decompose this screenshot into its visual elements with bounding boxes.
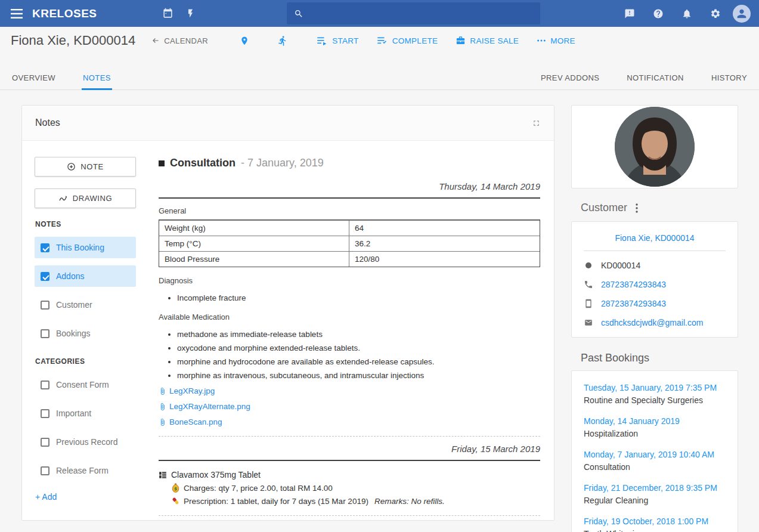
search-icon xyxy=(294,9,303,18)
medication-item: oxycodone and morphine extended-release … xyxy=(177,344,540,352)
expand-icon[interactable] xyxy=(532,119,541,128)
attachment-name: LegXRayAlternate.png xyxy=(169,402,250,411)
category-filter-item[interactable]: Consent Form xyxy=(35,374,136,395)
booking-date-link[interactable]: Tuesday, 15 January, 2019 7:35 PM xyxy=(584,383,726,392)
note-filter-item[interactable]: Bookings xyxy=(35,323,136,344)
search-input[interactable] xyxy=(308,9,533,18)
tab-notes[interactable]: NOTES xyxy=(82,73,112,89)
briefcase-icon xyxy=(456,36,466,45)
charges-text: Charges: qty 7, price 2.00, total RM 14.… xyxy=(184,484,333,493)
tab-prev-addons[interactable]: PREV ADDONS xyxy=(540,73,600,89)
customer-mobile[interactable]: 28723874293843 xyxy=(601,299,666,308)
back-to-calendar-button[interactable]: CALENDAR xyxy=(151,36,208,45)
add-note-button[interactable]: NOTE xyxy=(35,157,136,177)
booking-date-link[interactable]: Friday, 19 October, 2018 1:00 PM xyxy=(584,516,726,526)
vitals-row: Blood Pressure 120/80 xyxy=(159,251,540,267)
category-filter-list: Consent Form Important Previous Record xyxy=(35,374,136,481)
add-circle-icon xyxy=(67,162,76,171)
booking-date-link[interactable]: Friday, 21 December, 2018 9:35 PM xyxy=(584,483,726,493)
medication-label: Available Medication xyxy=(159,313,540,321)
filter-label: This Booking xyxy=(56,243,104,252)
calendar-icon[interactable] xyxy=(158,4,178,24)
playlist-check-icon xyxy=(377,36,388,45)
diagnosis-label: Diagnosis xyxy=(159,276,540,285)
drawing-button[interactable]: DRAWING xyxy=(35,188,136,208)
vitals-row: Weight (kg) 64 xyxy=(159,220,540,236)
menu-icon[interactable] xyxy=(8,5,25,22)
attachment-list: LegXRay.jpg LegXRayAlternate.png BoneSca… xyxy=(159,386,540,426)
kebab-icon[interactable] xyxy=(636,203,638,213)
more-button[interactable]: MORE xyxy=(537,36,575,45)
account-icon[interactable] xyxy=(733,5,751,23)
attachment-link[interactable]: LegXRay.jpg xyxy=(159,386,540,395)
category-filter-item[interactable]: Important xyxy=(35,403,136,424)
back-arrow-icon xyxy=(151,36,160,45)
note-filter-item[interactable]: Addons xyxy=(35,265,136,287)
entry-separator xyxy=(159,436,540,437)
paperclip-icon xyxy=(159,403,166,411)
settings-icon[interactable] xyxy=(705,4,726,24)
tab-history[interactable]: HISTORY xyxy=(710,73,748,89)
prescription-remarks: Remarks: No refills. xyxy=(374,497,445,506)
filter-label: Release Form xyxy=(56,466,109,475)
customer-id: KD000014 xyxy=(601,261,640,270)
notifications-icon[interactable] xyxy=(677,4,697,24)
customer-card: Fiona Xie, KD000014 KD000014 28723874293… xyxy=(571,221,738,338)
raise-sale-button[interactable]: RAISE SALE xyxy=(456,36,519,45)
start-button[interactable]: START xyxy=(317,36,359,45)
runner-icon[interactable] xyxy=(271,32,294,50)
vital-label: Blood Pressure xyxy=(159,252,349,267)
notes-section-label: NOTES xyxy=(35,220,136,228)
attachment-link[interactable]: BoneScan.png xyxy=(159,417,540,426)
tab-notification[interactable]: NOTIFICATION xyxy=(625,73,685,89)
entry2-date: Friday, 15 March 2019 xyxy=(159,444,540,454)
past-booking-item[interactable]: Monday, 14 January 2019 Hospitalization xyxy=(584,416,726,438)
checkbox-icon xyxy=(41,243,49,252)
more-dots-icon xyxy=(537,39,546,42)
complete-button[interactable]: COMPLETE xyxy=(377,36,438,45)
help-icon[interactable] xyxy=(648,4,668,24)
app-title: KRELOSES xyxy=(32,7,97,20)
vitals-table: Weight (kg) 64 Temp (°C) 36.2 Blood Pres… xyxy=(159,219,540,267)
note-filter-list: This Booking Addons Customer xyxy=(35,237,136,344)
checkbox-icon xyxy=(41,329,49,338)
customer-email[interactable]: csdhcksdcjwdk@gmail.com xyxy=(601,318,703,327)
mobile-icon xyxy=(584,299,593,308)
past-bookings-card: Tuesday, 15 January, 2019 7:35 PM Routin… xyxy=(571,370,738,532)
category-filter-item[interactable]: Previous Record xyxy=(35,431,136,453)
note-content: Consultation - 7 January, 2019 Thursday,… xyxy=(159,157,541,520)
past-booking-item[interactable]: Tuesday, 15 January, 2019 7:35 PM Routin… xyxy=(584,383,726,405)
attachment-name: BoneScan.png xyxy=(169,417,222,426)
notes-filter-column: NOTE DRAWING NOTES This Booking xyxy=(35,157,136,520)
customer-name-link[interactable]: Fiona Xie, KD000014 xyxy=(584,231,726,251)
booking-date-link[interactable]: Monday, 7 January, 2019 10:40 AM xyxy=(584,450,726,459)
checkbox-icon xyxy=(41,466,49,475)
attachment-link[interactable]: LegXRayAlternate.png xyxy=(159,402,540,411)
past-booking-item[interactable]: Friday, 21 December, 2018 9:35 PM Regula… xyxy=(584,483,726,505)
medication-item: methadone as immediate-release tablets xyxy=(177,330,540,339)
diagnosis-item: Incomplete fracture xyxy=(177,293,540,302)
note-filter-item[interactable]: This Booking xyxy=(35,237,136,258)
note-filter-item[interactable]: Customer xyxy=(35,294,136,316)
checkbox-icon xyxy=(41,381,49,389)
bolt-icon[interactable] xyxy=(181,4,201,24)
money-bag-icon: $ xyxy=(171,483,180,493)
vital-value: 64 xyxy=(349,221,540,236)
customer-section-title: Customer xyxy=(581,202,627,214)
vital-value: 120/80 xyxy=(349,252,540,267)
location-pin-icon[interactable] xyxy=(233,32,256,50)
past-bookings-title: Past Bookings xyxy=(581,352,738,364)
customer-phone[interactable]: 28723874293843 xyxy=(601,280,666,289)
past-booking-item[interactable]: Friday, 19 October, 2018 1:00 PM Teeth W… xyxy=(584,516,726,532)
add-category-link[interactable]: + Add xyxy=(35,492,57,502)
past-booking-item[interactable]: Monday, 7 January, 2019 10:40 AM Consult… xyxy=(584,450,726,472)
checkbox-icon xyxy=(41,272,49,281)
booking-date-link[interactable]: Monday, 14 January 2019 xyxy=(584,416,726,426)
category-filter-item[interactable]: Release Form xyxy=(35,460,136,481)
note-bullet-square xyxy=(159,160,165,166)
filter-label: Addons xyxy=(56,271,84,281)
booking-service: Consultation xyxy=(584,462,726,472)
tab-overview[interactable]: OVERVIEW xyxy=(11,73,57,89)
inventory-icon xyxy=(159,471,167,479)
feedback-icon[interactable] xyxy=(619,4,640,24)
